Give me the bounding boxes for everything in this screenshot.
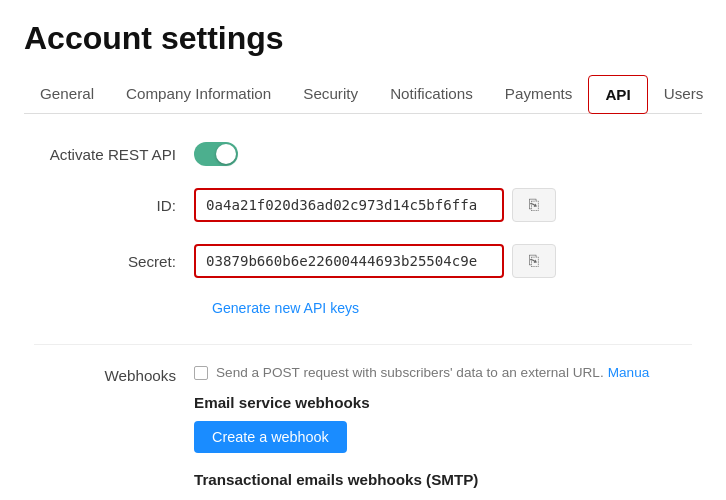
api-id-row: ID: ⎘ — [34, 188, 692, 222]
tab-security[interactable]: Security — [287, 75, 374, 114]
api-secret-row: Secret: ⎘ — [34, 244, 692, 278]
webhooks-manual-link[interactable]: Manua — [608, 365, 650, 380]
webhooks-description: Send a POST request with subscribers' da… — [194, 365, 692, 380]
activate-api-toggle[interactable] — [194, 142, 238, 166]
tab-payments[interactable]: Payments — [489, 75, 589, 114]
api-id-copy-button[interactable]: ⎘ — [512, 188, 556, 222]
tab-api[interactable]: API — [588, 75, 647, 114]
api-id-field-wrap: ⎘ — [194, 188, 556, 222]
tab-company-information[interactable]: Company Information — [110, 75, 287, 114]
copy-icon-secret: ⎘ — [529, 252, 539, 270]
create-webhook-button[interactable]: Create a webhook — [194, 421, 347, 453]
api-id-label: ID: — [34, 197, 194, 214]
webhooks-row: Webhooks Send a POST request with subscr… — [34, 365, 692, 488]
webhooks-label: Webhooks — [34, 365, 194, 384]
activate-api-toggle-wrap — [194, 142, 238, 166]
generate-api-keys-link[interactable]: Generate new API keys — [212, 300, 692, 316]
webhooks-checkbox[interactable] — [194, 366, 208, 380]
tab-users[interactable]: Users — [648, 75, 720, 114]
page-container: Account settings General Company Informa… — [0, 0, 726, 488]
webhooks-desc-text: Send a POST request with subscribers' da… — [216, 365, 604, 380]
section-divider — [34, 344, 692, 345]
api-id-input[interactable] — [194, 188, 504, 222]
transactional-webhooks-title: Transactional emails webhooks (SMTP) — [194, 471, 692, 488]
api-secret-label: Secret: — [34, 253, 194, 270]
email-webhooks-title: Email service webhooks — [194, 394, 692, 411]
api-secret-field-wrap: ⎘ — [194, 244, 556, 278]
activate-api-row: Activate REST API — [34, 142, 692, 166]
tab-notifications[interactable]: Notifications — [374, 75, 489, 114]
api-secret-copy-button[interactable]: ⎘ — [512, 244, 556, 278]
api-secret-input[interactable] — [194, 244, 504, 278]
copy-icon: ⎘ — [529, 196, 539, 214]
tab-general[interactable]: General — [24, 75, 110, 114]
webhooks-content: Send a POST request with subscribers' da… — [194, 365, 692, 488]
page-title: Account settings — [24, 20, 702, 57]
activate-api-label: Activate REST API — [34, 146, 194, 163]
main-content: Activate REST API ID: ⎘ Secret: ⎘ — [24, 142, 702, 488]
tab-bar: General Company Information Security Not… — [24, 75, 702, 114]
